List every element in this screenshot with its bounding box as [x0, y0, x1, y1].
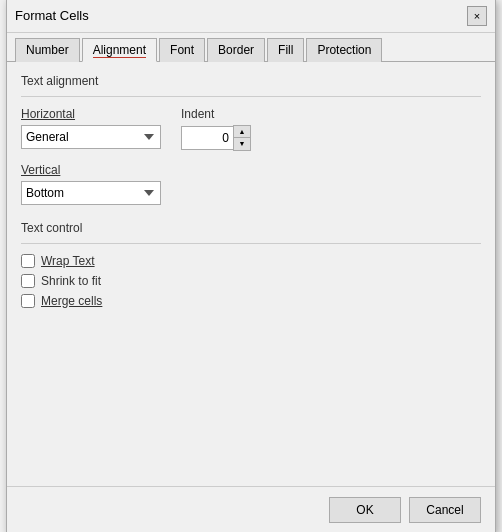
horizontal-group: Horizontal General Left Center Right Fil…	[21, 107, 161, 205]
indent-group: Indent ▲ ▼	[181, 107, 251, 205]
separator-1	[21, 96, 481, 97]
close-icon: ×	[474, 10, 480, 22]
tab-content-alignment: Text alignment Horizontal General Left C…	[7, 62, 495, 326]
dialog-title: Format Cells	[15, 8, 89, 23]
cancel-button[interactable]: Cancel	[409, 497, 481, 523]
vertical-group: Vertical Top Center Bottom Justify Distr…	[21, 163, 161, 205]
wrap-text-label: Wrap Text	[41, 254, 95, 268]
spinner-button-group: ▲ ▼	[233, 125, 251, 151]
separator-2	[21, 243, 481, 244]
text-control-title: Text control	[21, 221, 481, 235]
merge-cells-label: Merge cells	[41, 294, 102, 308]
horizontal-select[interactable]: General Left Center Right Fill Justify C…	[21, 125, 161, 149]
tab-bar: NumberAlignmentFontBorderFillProtection	[7, 33, 495, 62]
vertical-select[interactable]: Top Center Bottom Justify Distributed	[21, 181, 161, 205]
text-control-section: Text control Wrap Text Shrink to fit Mer…	[21, 221, 481, 308]
tab-number[interactable]: Number	[15, 38, 80, 62]
indent-spinner: ▲ ▼	[181, 125, 251, 151]
title-bar: Format Cells ×	[7, 0, 495, 33]
indent-label: Indent	[181, 107, 251, 121]
shrink-to-fit-label: Shrink to fit	[41, 274, 101, 288]
indent-input[interactable]	[181, 126, 233, 150]
ok-button[interactable]: OK	[329, 497, 401, 523]
spinner-down-button[interactable]: ▼	[234, 138, 250, 150]
close-button[interactable]: ×	[467, 6, 487, 26]
tab-font[interactable]: Font	[159, 38, 205, 62]
tab-border[interactable]: Border	[207, 38, 265, 62]
vertical-label: Vertical	[21, 163, 161, 177]
shrink-to-fit-checkbox[interactable]	[21, 274, 35, 288]
wrap-text-checkbox[interactable]	[21, 254, 35, 268]
text-alignment-title: Text alignment	[21, 74, 481, 88]
button-bar: OK Cancel	[7, 486, 495, 533]
wrap-text-row: Wrap Text	[21, 254, 481, 268]
alignment-row: Horizontal General Left Center Right Fil…	[21, 107, 481, 205]
spinner-up-button[interactable]: ▲	[234, 126, 250, 138]
shrink-to-fit-row: Shrink to fit	[21, 274, 481, 288]
tab-fill[interactable]: Fill	[267, 38, 304, 62]
tab-alignment[interactable]: Alignment	[82, 38, 157, 62]
tab-protection[interactable]: Protection	[306, 38, 382, 62]
horizontal-label: Horizontal	[21, 107, 161, 121]
merge-cells-checkbox[interactable]	[21, 294, 35, 308]
format-cells-dialog: Format Cells × NumberAlignmentFontBorder…	[6, 0, 496, 532]
merge-cells-row: Merge cells	[21, 294, 481, 308]
